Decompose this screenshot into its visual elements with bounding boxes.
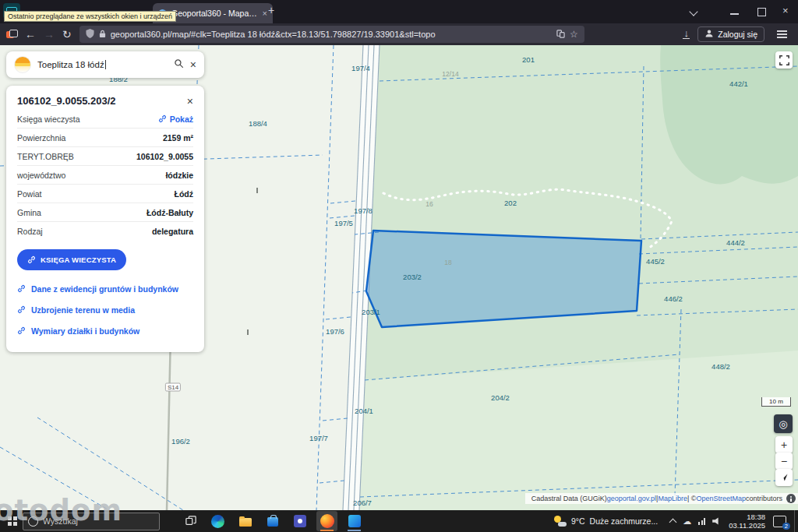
firefox-view-tooltip: Ostatnio przeglądane ze wszystkich okien… xyxy=(4,11,176,22)
parcel-label: 197/8 xyxy=(354,206,373,215)
attribution: Cadastral Data (GUGiK) geoportal.gov.pl … xyxy=(525,493,798,504)
panel-link[interactable]: Uzbrojenie terenu w media xyxy=(17,299,193,320)
network-icon[interactable] xyxy=(698,518,705,525)
row-value: Łódź-Bałuty xyxy=(147,208,193,217)
edge-icon[interactable] xyxy=(207,511,228,531)
parcel-label: 201 xyxy=(522,55,535,64)
reload-button[interactable]: ↻ xyxy=(62,29,72,40)
parcel-row: PowiatŁódź xyxy=(17,185,193,203)
parcel-label: 446/2 xyxy=(664,294,683,303)
attribution-text: Cadastral Data (GUGiK) xyxy=(531,495,607,502)
row-label: Powierzchnia xyxy=(17,133,65,143)
attribution-info-icon[interactable] xyxy=(786,494,796,503)
screen: Geoportal360 - Mapa Interakty × + × Osta… xyxy=(0,0,798,532)
notification-badge: 2 xyxy=(782,523,790,530)
parcel-label: 206/7 xyxy=(353,499,372,507)
parcel-row: Księga wieczystaPokaż xyxy=(17,110,193,129)
photos-icon[interactable] xyxy=(344,511,365,531)
search-close-icon[interactable]: × xyxy=(190,59,196,70)
parcel-label: 444/2 xyxy=(726,238,745,247)
parcel-label: 448/2 xyxy=(711,362,730,371)
tab-list-chevron-icon[interactable] xyxy=(689,7,697,16)
attribution-link[interactable]: MapLibre xyxy=(658,495,687,502)
window-close-button[interactable]: × xyxy=(782,5,789,16)
weather-icon xyxy=(554,516,567,527)
shield-icon[interactable] xyxy=(86,29,94,40)
search-icon[interactable] xyxy=(174,58,184,72)
onedrive-cloud-icon[interactable]: ☁ xyxy=(683,516,691,527)
panel-close-icon[interactable]: × xyxy=(187,96,193,107)
store-icon[interactable] xyxy=(262,511,283,531)
attribution-link[interactable]: geoportal.gov.pl xyxy=(607,495,656,502)
kw-show-link[interactable]: Pokaż xyxy=(158,115,193,124)
attribution-text: | © xyxy=(687,495,696,502)
parcel-row: GminaŁódź-Bałuty xyxy=(17,203,193,222)
panel-link[interactable]: Wymiary działki i budynków xyxy=(17,320,193,341)
taskbar-weather[interactable]: 9°C Duże zachmurze... xyxy=(554,516,658,527)
fullscreen-button[interactable] xyxy=(775,51,793,69)
window-minimize-button[interactable] xyxy=(730,13,739,15)
compass-arrow-button[interactable] xyxy=(775,469,793,486)
parcel-row: Powierzchnia2159 m² xyxy=(17,129,193,147)
window-maximize-button[interactable] xyxy=(757,8,766,16)
geoportal-logo-icon xyxy=(14,56,31,73)
url-bar[interactable]: geoportal360.pl/map/#clk=Toeplitza 18 łó… xyxy=(79,26,584,43)
parcel-label: 196/2 xyxy=(171,437,190,446)
row-value: 2159 m² xyxy=(163,133,193,143)
row-label: województwo xyxy=(17,171,65,180)
ksiega-wieczysta-button[interactable]: KSIĘGA WIECZYSTA xyxy=(17,249,126,270)
attribution-text: contributors xyxy=(746,495,782,502)
menu-hamburger-icon[interactable] xyxy=(777,33,787,35)
firefox-icon[interactable] xyxy=(316,511,337,531)
panel-links: Dane z ewidencji gruntów i budynkówUzbro… xyxy=(17,278,193,341)
weather-temp: 9°C xyxy=(571,516,585,526)
bookmark-star-icon[interactable]: ☆ xyxy=(570,29,578,40)
new-tab-button[interactable]: + xyxy=(268,4,274,16)
show-desktop-button[interactable] xyxy=(794,510,798,532)
row-label: Powiat xyxy=(17,189,42,199)
parcel-label: 16 xyxy=(425,200,433,208)
parcel-label: 204/1 xyxy=(355,407,373,415)
watermark: otodom xyxy=(0,494,122,527)
page-actions-icon[interactable] xyxy=(556,30,565,40)
zoom-in-button[interactable]: + xyxy=(775,436,793,453)
firefox-view-icon[interactable] xyxy=(6,30,17,39)
volume-icon[interactable] xyxy=(712,517,721,525)
parcel-label: 442/1 xyxy=(729,79,748,88)
parcel-label: 197/5 xyxy=(334,219,353,227)
browser-toolbar: ← → ↻ geoportal360.pl/map/#clk=Toeplitza… xyxy=(0,23,798,45)
tray-chevron-up-icon[interactable] xyxy=(669,519,677,527)
task-view-icon[interactable] xyxy=(180,511,201,531)
parcel-label: 204/2 xyxy=(491,393,510,402)
weather-desc: Duże zachmurze... xyxy=(590,516,659,526)
search-input[interactable]: Toeplitza 18 łódź xyxy=(37,60,168,69)
parcel-rows: Księga wieczystaPokażPowierzchnia2159 m²… xyxy=(17,110,193,240)
forward-button[interactable]: → xyxy=(44,29,55,40)
row-label: Rodzaj xyxy=(17,227,43,236)
parcel-row: Rodzajdelegatura xyxy=(17,222,193,240)
parcel-label: 188/4 xyxy=(249,119,267,128)
zoom-out-button[interactable]: − xyxy=(775,453,793,470)
parcel-label: 203/2 xyxy=(403,273,422,281)
parcel-label: 203/1 xyxy=(362,308,380,316)
row-label: Księga wieczysta xyxy=(17,115,80,124)
scale-bar: 10 m xyxy=(761,397,791,407)
attribution-link[interactable]: OpenStreetMap xyxy=(696,495,746,502)
lock-icon[interactable] xyxy=(99,30,106,40)
locate-button[interactable]: ◎ xyxy=(774,414,793,433)
taskbar-clock[interactable]: 18:38 03.11.2025 xyxy=(729,513,765,530)
parcel-label: 445/2 xyxy=(646,257,665,266)
teams-icon[interactable] xyxy=(289,511,310,531)
notification-center-icon[interactable]: 2 xyxy=(773,516,786,527)
login-button[interactable]: Zaloguj się xyxy=(697,26,764,42)
road-shield-label: S14 xyxy=(165,383,181,392)
parcel-row: województwołódzkie xyxy=(17,166,193,185)
clock-date: 03.11.2025 xyxy=(729,521,765,530)
file-explorer-icon[interactable] xyxy=(235,511,256,531)
back-button[interactable]: ← xyxy=(25,29,36,40)
tab-close-icon[interactable]: × xyxy=(263,9,267,18)
panel-link[interactable]: Dane z ewidencji gruntów i budynków xyxy=(17,278,193,299)
row-value: Łódź xyxy=(175,189,194,199)
downloads-icon[interactable]: ↓ xyxy=(683,30,690,40)
parcel-row: TERYT.OBRĘB106102_9.0055 xyxy=(17,147,193,166)
